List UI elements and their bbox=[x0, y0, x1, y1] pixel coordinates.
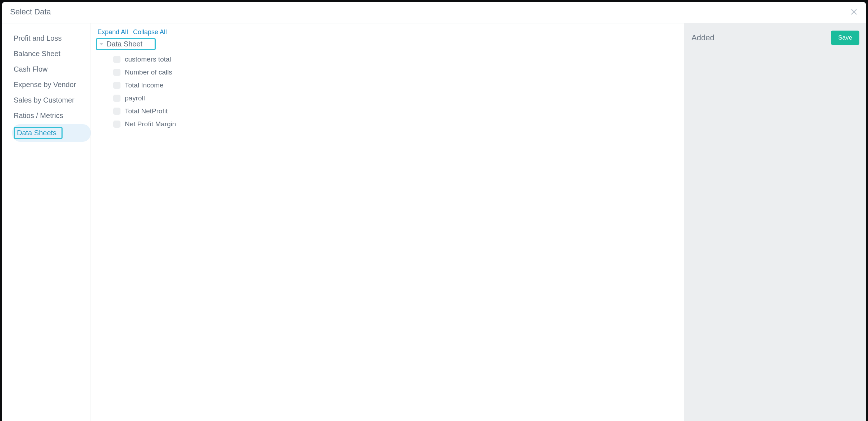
tree-item[interactable]: Number of calls bbox=[113, 66, 681, 79]
tree-items: customers total Number of calls Total In… bbox=[96, 53, 681, 131]
sidebar-item-label: Profit and Loss bbox=[14, 34, 61, 42]
sidebar-item-label: Cash Flow bbox=[14, 65, 47, 73]
added-header: Added Save bbox=[691, 31, 859, 45]
tree-item[interactable]: Total Income bbox=[113, 79, 681, 92]
close-icon bbox=[850, 8, 858, 16]
added-panel: Added Save bbox=[684, 23, 866, 421]
tree-item[interactable]: customers total bbox=[113, 53, 681, 66]
sidebar-item-label: Balance Sheet bbox=[14, 50, 60, 58]
tree-item-label: Number of calls bbox=[125, 68, 172, 76]
expand-all-link[interactable]: Expand All bbox=[97, 28, 128, 36]
checkbox[interactable] bbox=[113, 82, 120, 89]
tree-item-label: Net Profit Margin bbox=[125, 120, 176, 128]
collapse-all-link[interactable]: Collapse All bbox=[133, 28, 167, 36]
close-button[interactable] bbox=[850, 8, 858, 16]
modal-header: Select Data bbox=[2, 2, 866, 23]
sidebar-item-ratios-metrics[interactable]: Ratios / Metrics bbox=[12, 109, 91, 123]
modal-body: Profit and Loss Balance Sheet Cash Flow … bbox=[2, 23, 866, 421]
sidebar-item-label: Data Sheets bbox=[14, 127, 63, 139]
tree-item[interactable]: payroll bbox=[113, 92, 681, 105]
sidebar-item-label: Expense by Vendor bbox=[14, 81, 76, 89]
field-tree-panel: Expand All Collapse All Data Sheet custo… bbox=[91, 23, 684, 421]
tree-group-data-sheet[interactable]: Data Sheet bbox=[96, 38, 156, 50]
tree-actions: Expand All Collapse All bbox=[96, 28, 681, 36]
sidebar-item-balance-sheet[interactable]: Balance Sheet bbox=[12, 47, 91, 61]
added-title: Added bbox=[691, 33, 714, 42]
tree-item-label: customers total bbox=[125, 55, 171, 63]
tree-item[interactable]: Net Profit Margin bbox=[113, 118, 681, 131]
sidebar-item-label: Sales by Customer bbox=[14, 96, 74, 104]
caret-down-icon bbox=[99, 43, 104, 45]
checkbox[interactable] bbox=[113, 121, 120, 128]
sidebar-item-profit-and-loss[interactable]: Profit and Loss bbox=[12, 31, 91, 45]
modal-title: Select Data bbox=[10, 7, 51, 17]
category-sidebar: Profit and Loss Balance Sheet Cash Flow … bbox=[2, 23, 91, 421]
save-button[interactable]: Save bbox=[831, 31, 859, 45]
sidebar-item-expense-by-vendor[interactable]: Expense by Vendor bbox=[12, 78, 91, 92]
tree-item-label: Total NetProfit bbox=[125, 107, 168, 115]
checkbox[interactable] bbox=[113, 108, 120, 115]
tree-item[interactable]: Total NetProfit bbox=[113, 105, 681, 118]
tree-item-label: Total Income bbox=[125, 81, 164, 89]
tree-group-title: Data Sheet bbox=[106, 40, 142, 48]
sidebar-item-data-sheets[interactable]: Data Sheets bbox=[12, 124, 91, 142]
sidebar-item-sales-by-customer[interactable]: Sales by Customer bbox=[12, 93, 91, 107]
sidebar-item-label: Ratios / Metrics bbox=[14, 112, 63, 119]
checkbox[interactable] bbox=[113, 95, 120, 102]
sidebar-item-cash-flow[interactable]: Cash Flow bbox=[12, 62, 91, 76]
tree-item-label: payroll bbox=[125, 94, 145, 102]
select-data-modal: Select Data Profit and Loss Balance Shee… bbox=[2, 2, 866, 421]
checkbox[interactable] bbox=[113, 69, 120, 76]
checkbox[interactable] bbox=[113, 56, 120, 63]
